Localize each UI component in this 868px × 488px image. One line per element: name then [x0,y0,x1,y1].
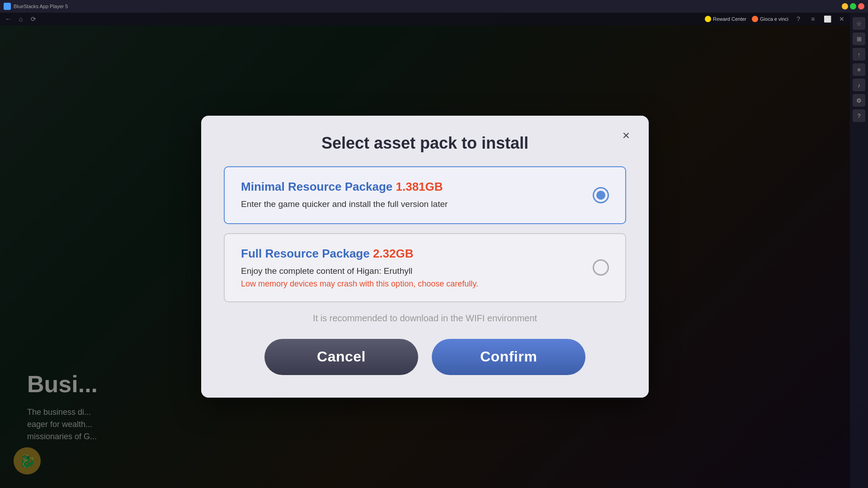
minimal-package-size: 1.381GB [396,180,443,193]
app-logo [4,3,11,10]
dialog-close-button[interactable]: × [617,127,635,145]
right-sidebar: ☆ ⊞ ↑ ≡ ♪ ⚙ ? [850,13,868,488]
full-package-option[interactable]: Full Resource Package 2.32GB Enjoy the c… [224,233,626,302]
sidebar-icon-1[interactable]: ☆ [853,17,865,30]
topbar: ← ⌂ ⟳ Reward Center Gioca e vinci ? ≡ ⬜ … [0,13,850,25]
sidebar-icon-2[interactable]: ⊞ [853,33,865,45]
close-app-button[interactable]: ✕ [837,14,846,23]
menu-button[interactable]: ≡ [808,14,817,23]
minimal-package-name: Minimal Resource Package [241,180,396,193]
gioca-item[interactable]: Gioca e vinci [752,16,788,22]
minimal-package-option[interactable]: Minimal Resource Package 1.381GB Enter t… [224,166,626,224]
sidebar-icon-4[interactable]: ≡ [853,63,865,76]
help-button[interactable]: ? [794,14,803,23]
titlebar: BlueStacks App Player 5 [0,0,868,13]
minimize-button[interactable] [842,3,848,9]
sidebar-icon-3[interactable]: ↑ [853,48,865,61]
asset-pack-dialog: Select asset pack to install × Minimal R… [201,116,649,397]
full-radio-button[interactable] [593,259,609,276]
full-package-name: Full Resource Package [241,247,373,260]
close-window-button[interactable] [858,3,864,9]
minimal-package-title: Minimal Resource Package 1.381GB [241,180,580,194]
app-title: BlueStacks App Player 5 [14,4,68,9]
full-package-title: Full Resource Package 2.32GB [241,247,580,261]
wifi-recommendation: It is recommended to download in the WIF… [224,313,626,324]
crown-icon [705,16,711,22]
confirm-button[interactable]: Confirm [432,339,585,375]
topbar-right: Reward Center Gioca e vinci ? ≡ ⬜ ✕ [705,14,846,23]
minimal-radio-button[interactable] [593,187,609,203]
restore-button[interactable]: ⬜ [823,14,832,23]
reward-center-item[interactable]: Reward Center [705,16,746,22]
full-package-size: 2.32GB [373,247,414,260]
sidebar-icon-5[interactable]: ♪ [853,79,865,91]
sidebar-icon-6[interactable]: ⚙ [853,94,865,107]
full-package-warning: Low memory devices may crash with this o… [241,279,580,289]
dialog-title: Select asset pack to install [224,134,626,153]
cancel-button[interactable]: Cancel [264,339,418,375]
sidebar-icon-7[interactable]: ? [853,109,865,122]
full-package-desc: Enjoy the complete content of Higan: Eru… [241,265,580,277]
minimal-package-desc: Enter the game quicker and install the f… [241,198,580,211]
gioca-label: Gioca e vinci [760,16,788,22]
maximize-button[interactable] [850,3,856,9]
back-button[interactable]: ← [4,14,13,23]
window-controls [842,3,864,9]
home-button[interactable]: ⌂ [16,14,25,23]
reload-button[interactable]: ⟳ [29,14,38,23]
gift-icon [752,16,758,22]
modal-backdrop: Select asset pack to install × Minimal R… [0,25,850,488]
reward-center-label: Reward Center [713,16,746,22]
dialog-button-row: Cancel Confirm [224,339,626,375]
